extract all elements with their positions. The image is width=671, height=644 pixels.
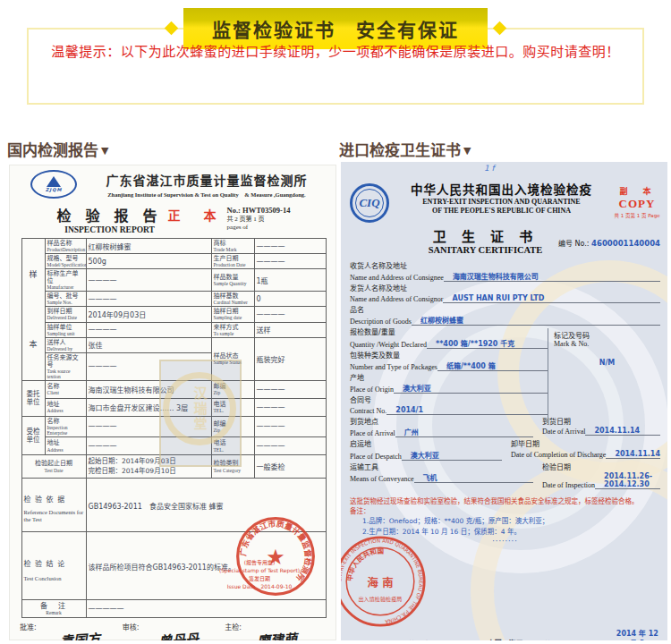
cell-label: 编号、批号Sample Nos.	[45, 292, 86, 307]
cell-label: 标称生产单位Manufacturer	[45, 269, 86, 292]
group-inspected: 受检单位	[21, 416, 45, 454]
field-value: 2014/1	[386, 406, 548, 415]
signature-verified: 审核:Verified By曾丹丹 日期（Date） 2014-09-10	[123, 622, 225, 640]
cell-value: 张佳	[86, 337, 211, 352]
cell-label: 检 验 结 论Test Conclusion	[21, 532, 86, 600]
copy-mark-en: COPY	[614, 197, 660, 211]
tab-domestic-report[interactable]: 国内检测报告▼	[7, 138, 339, 163]
cell-label: 名称Inspection Enterprise	[45, 416, 86, 436]
table-row: 到样日期Delivered Date 2014年09月03日 抽样日期Sampl…	[21, 307, 326, 322]
field-goods: 品名 Description of Goods红柳桉树蜂蜜	[350, 306, 660, 326]
table-row-conclusion: 检 验 结 论Test Conclusion 该样品所检项目符合GB14963-…	[21, 532, 326, 600]
cell-label: 备 注Remark	[21, 600, 86, 618]
svg-text:海 南: 海 南	[368, 576, 394, 589]
cell-value: 送样	[254, 322, 326, 337]
zjqm-logo-text: ZJQM	[46, 187, 63, 192]
certificate-org-name-en1: ENTRY-EXIT INSPECTION AND QUARANTINE	[396, 198, 607, 207]
cell-label: 检 验 依 据Reference Documents for the Test	[21, 479, 86, 532]
field-value: 红柳桉树蜂蜜	[412, 315, 660, 326]
cell-label: 邮编Zip	[211, 380, 254, 398]
warm-tip-text: 温馨提示：以下为此次蜂蜜的进口手续证明，少一项都不能确保是原装进口。购买时请查明…	[0, 41, 671, 60]
cell-label: 任务来源文号Task source textion	[45, 352, 86, 380]
original-copy-mark: 正 本	[168, 206, 222, 224]
report-pages: 共 2 页第 1 页	[227, 216, 291, 224]
cell-value: ————	[86, 416, 211, 436]
cell-label: 地址Address	[45, 437, 86, 455]
chevron-down-icon: ▼	[101, 145, 108, 157]
cell-label: 来样方式To sample	[211, 322, 254, 337]
documents-row: ZJQM 广东省湛江市质量计量监督检测所 Zhanjiang Institute…	[0, 165, 671, 640]
copy-mark-cn: 副 本	[614, 185, 660, 197]
cell-label: 检验起止日期Test Date	[21, 455, 86, 479]
cell-value: ————	[86, 352, 211, 380]
certificate-issue-block: 签证地点 Place of Issue 中国 海口 签证日期 Date of I…	[350, 628, 660, 640]
cell-label: 电话TEL.	[211, 437, 254, 455]
approved-signature: 袁国方	[60, 628, 101, 640]
chevron-down-icon: ▼	[463, 145, 471, 157]
date-of-issue-value: 2014 年 12 月 3	[615, 628, 660, 640]
certificate-org-name-en2: OF THE PEOPLE'S REPUBLIC OF CHINA	[396, 207, 607, 216]
cell-value: 1瓶	[254, 269, 326, 292]
section-titles: 国内检测报告▼ 进口检疫卫生证书▼	[0, 138, 671, 163]
cell-label: 送样人Delivered by	[45, 337, 86, 352]
certificate-title-en: SANITARY CERTIFICATE	[412, 245, 558, 255]
inspection-report-document: ZJQM 广东省湛江市质量计量监督检测所 Zhanjiang Institute…	[9, 165, 336, 640]
field-value: 澳大利亚	[394, 383, 548, 394]
report-number: No.: HWT03509-14	[227, 206, 291, 216]
cell-label: 检验类别Test Category	[211, 455, 254, 479]
zjqm-logo-icon: ZJQM	[30, 170, 77, 199]
field-quantity: 报检数量/重量 Quantity /Weight Declared**400 箱…	[350, 328, 548, 348]
table-row: 地址Address ———— 电话TEL. ————	[21, 437, 326, 455]
mark-value: N/M	[554, 359, 660, 367]
group-sample: 样本	[21, 239, 45, 381]
table-row: 抽样单位Sampling unit ———— 来样方式To sample 送样	[21, 322, 326, 337]
cell-value: 海南汉瑞生物科技有限公司	[86, 380, 211, 398]
table-row-remark: 备 注Remark —————	[21, 600, 326, 618]
field-value: 海南汉瑞生物科技有限公司	[444, 271, 660, 282]
cell-value: 500g	[86, 254, 211, 269]
signature-approved: 批准:Approved By袁国方 日期（Date） 2014-09-10	[20, 622, 123, 640]
table-row: 地址Address 海口市金盘开发区建设…… 3层 电话TEL. ————	[21, 398, 326, 416]
place-of-issue-value: 中国 海口	[475, 638, 536, 640]
certificate-title-row: 卫 生 证 书 SANITARY CERTIFICATE 编号 No.: 460…	[350, 226, 660, 255]
report-org-name-en: Zhanjiang Institute of Supervision & Tes…	[84, 190, 329, 199]
ciq-logo-icon: CIQ	[350, 183, 389, 223]
group-client: 委托单位	[21, 380, 45, 416]
pair-despatch: 启运地 Place of Despatch澳大利亚 卸毕日期 Date of C…	[350, 440, 660, 462]
cell-value: 起始日期：2014年09月03日完检日期：2014年09月10日	[86, 455, 211, 479]
cell-label: 地址Address	[45, 398, 86, 416]
field-origin: 产地 Place of Origin澳大利亚	[350, 374, 548, 394]
cell-value: ————	[86, 269, 211, 292]
table-row-reference: 检 验 依 据Reference Documents for the Test …	[21, 479, 326, 532]
field-value: **400 箱/**1920 千克	[427, 338, 548, 349]
hero-section: 监督检验证书 安全有保证 温馨提示：以下为此次蜂蜜的进口手续证明，少一项都不能确…	[0, 0, 671, 109]
issue-line-place: 签证地点 Place of Issue 中国 海口 签证日期 Date of I…	[409, 628, 660, 640]
report-pages-en: pages of	[227, 224, 291, 232]
cell-value: ————	[254, 239, 326, 254]
cell-label: 样品名称ProductDescription	[45, 239, 86, 254]
cell-value: GB14963-2011 食品安全国家标准 蜂蜜	[86, 479, 326, 532]
field-value: 纸箱/**400 箱	[437, 360, 548, 371]
table-row: 样本 样品名称ProductDescription 红柳桉树蜂蜜 商标Trade…	[21, 239, 326, 254]
certificate-title: 卫 生 证 书	[412, 226, 558, 245]
tested-signature: 廖建萌	[257, 628, 298, 640]
tab-domestic-report-label: 国内检测报告	[7, 141, 98, 159]
field-contract: 合同号 Contract No.2014/1	[350, 396, 548, 414]
field-packages: 包装种类及数量 Number and Type of Packages纸箱/**…	[350, 352, 548, 371]
table-row: 委托单位 名称Client 海南汉瑞生物科技有限公司 邮编Zip ————	[21, 380, 326, 398]
cell-label: 邮编Zip	[211, 416, 254, 436]
verified-signature: 曾丹丹	[157, 628, 199, 640]
tab-import-certificate[interactable]: 进口检疫卫生证书▼	[339, 138, 671, 163]
table-row: 标称生产单位Manufacturer ———— 样品数量Sample Quant…	[21, 269, 326, 292]
sanitary-certificate-document: 1 f CIQ 中华人民共和国出入境检验检疫 ENTRY-EXIT INSPEC…	[341, 162, 667, 640]
cell-value: ————	[254, 254, 326, 269]
svg-text:出入境检验检疫局: 出入境检验检疫局	[359, 596, 403, 603]
cell-value: ————	[86, 292, 211, 307]
table-row: 规格、型号Model/Specification 500g 生产日期Produc…	[21, 254, 326, 269]
triangle-icon	[47, 176, 61, 187]
tab-import-certificate-label: 进口检疫卫生证书	[339, 141, 461, 159]
report-org-name: 广东省湛江市质量计量监督检测所	[84, 171, 329, 189]
table-row: 送样人Delivered by 张佳 样品状态Sample Status 瓶装完…	[21, 337, 326, 352]
report-signatures: 批准:Approved By袁国方 日期（Date） 2014-09-10 审核…	[18, 622, 329, 640]
quantity-mark-section: 报检数量/重量 Quantity /Weight Declared**400 箱…	[350, 328, 660, 418]
